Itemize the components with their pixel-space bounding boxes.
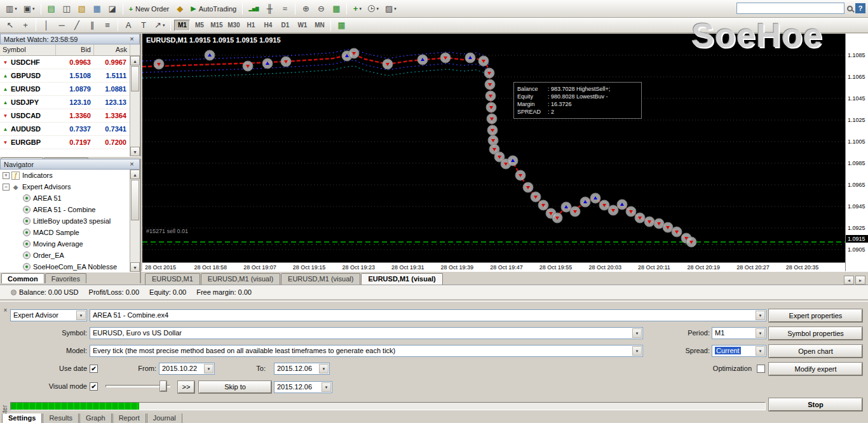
tester-tab-graph[interactable]: Graph [79, 413, 112, 423]
sell-marker-icon[interactable] [154, 59, 164, 69]
chevron-down-icon[interactable]: ▼ [632, 328, 642, 338]
market-watch-row[interactable]: ▼EURGBP0.71970.7200 [0, 136, 140, 149]
model-select[interactable]: Every tick (the most precise method base… [90, 345, 643, 357]
sell-marker-icon[interactable] [686, 237, 696, 247]
chart-tab-eurusd-m1-visual[interactable]: EURUSD,M1 (visual) [281, 273, 360, 285]
timeframe-button-m5[interactable]: M5 [191, 20, 207, 31]
use-date-checkbox[interactable] [90, 365, 98, 373]
sell-marker-icon[interactable] [486, 102, 496, 112]
market-watch-row[interactable]: ▲USDJPY123.10123.13 [0, 96, 140, 109]
time-periods-button[interactable]: ▾ [365, 3, 381, 15]
chart-tab-eurusd-m1-visual[interactable]: EURUSD,M1 (visual) [201, 273, 280, 285]
strategy-tester-button[interactable]: ◪ [105, 3, 119, 15]
sell-marker-icon[interactable] [485, 91, 496, 101]
chevron-down-icon[interactable]: ▼ [756, 346, 765, 356]
trendline-button[interactable]: ╱ [70, 19, 84, 32]
market-watch-row[interactable]: ▼USDCHF0.99630.9967 [0, 56, 140, 69]
tree-item-littleboy-update3-spesial[interactable]: LittleBoy update3 spesial [0, 215, 140, 227]
collapse-icon[interactable]: − [3, 184, 10, 191]
sell-marker-icon[interactable] [635, 213, 645, 223]
scroll-up-icon[interactable]: ▲ [130, 56, 140, 65]
skip-to-button[interactable]: Skip to [199, 381, 271, 393]
sell-marker-icon[interactable] [488, 135, 498, 145]
search-icon[interactable] [847, 6, 853, 11]
buy-marker-icon[interactable] [508, 156, 518, 166]
chevron-down-icon[interactable]: ▼ [322, 382, 331, 392]
sell-marker-icon[interactable] [599, 200, 609, 210]
open-chart-button[interactable]: Open chart [769, 345, 862, 358]
scroll-thumb[interactable] [131, 66, 139, 91]
chevron-down-icon[interactable]: ▼ [756, 311, 765, 320]
tree-item-expert-advisors[interactable]: −◆Expert Advisors [0, 181, 140, 192]
time-axis[interactable]: 28 Oct 201528 Oct 18:5828 Oct 19:0728 Oc… [142, 262, 845, 271]
indicators-button[interactable]: +▾ [350, 3, 364, 15]
sell-marker-icon[interactable] [485, 79, 495, 90]
column-symbol[interactable]: Symbol [0, 44, 56, 55]
timeframe-button-mn[interactable]: MN [311, 20, 327, 31]
sell-marker-icon[interactable] [383, 59, 393, 69]
sell-marker-icon[interactable] [644, 217, 654, 227]
price-scale[interactable]: 1.10851.10651.10451.10251.10051.09851.09… [845, 34, 868, 271]
profiles-button[interactable]: ▣▾ [21, 3, 37, 15]
market-watch-row[interactable]: ▲EURUSD1.08791.0881 [0, 83, 140, 96]
buy-marker-icon[interactable] [262, 58, 273, 69]
chevron-down-icon[interactable]: ▼ [76, 311, 86, 320]
chart-tab-eurusd-m1[interactable]: EURUSD,M1 [145, 273, 200, 285]
buy-marker-icon[interactable] [561, 202, 571, 212]
close-icon[interactable]: × [128, 160, 136, 168]
terminal-button[interactable]: ▦ [90, 3, 104, 15]
vertical-line-button[interactable]: │ [39, 19, 53, 32]
spread-select[interactable]: Current ▼ [712, 345, 766, 357]
sell-marker-icon[interactable] [626, 206, 636, 217]
sell-marker-icon[interactable] [672, 227, 682, 237]
buy-marker-icon[interactable] [617, 199, 627, 210]
tester-tab-settings[interactable]: Settings [2, 413, 42, 423]
tile-windows-button[interactable]: ▦ [329, 3, 343, 15]
buy-marker-icon[interactable] [417, 55, 428, 65]
search-input[interactable] [736, 3, 844, 14]
text-label-button[interactable]: T [137, 19, 151, 32]
expand-icon[interactable]: + [3, 172, 10, 179]
buy-marker-icon[interactable] [465, 53, 475, 63]
market-watch-scrollbar[interactable]: ▲ ▼ [130, 56, 140, 156]
price-chart[interactable] [142, 34, 845, 262]
sell-marker-icon[interactable] [552, 213, 562, 223]
text-button[interactable]: A [121, 19, 135, 32]
cursor-button[interactable]: ↖ [3, 19, 17, 32]
expert-type-select[interactable]: Expert Advisor ▼ [10, 309, 87, 321]
tester-tab-journal[interactable]: Journal [147, 413, 182, 423]
expert-properties-button[interactable]: Expert properties [769, 309, 862, 322]
templates-button[interactable]: ▨▾ [383, 3, 399, 15]
chart-tab-eurusd-m1-visual[interactable]: EURUSD,M1 (visual) [361, 273, 442, 285]
horizontal-line-button[interactable]: ─ [55, 19, 69, 32]
stop-button[interactable]: Stop [769, 398, 862, 411]
column-ask[interactable]: Ask [94, 44, 130, 55]
period-select[interactable]: M1 ▼ [712, 327, 766, 339]
timeframe-button-w1[interactable]: W1 [294, 20, 310, 31]
tab-favorites[interactable]: Favorites [45, 273, 86, 283]
scroll-down-icon[interactable]: ▼ [130, 147, 140, 156]
tree-item-area-51-combine[interactable]: AREA 51 - Combine [0, 204, 140, 215]
to-date-select[interactable]: 2015.12.06 ▼ [274, 363, 330, 375]
sell-marker-icon[interactable] [349, 48, 359, 58]
scroll-down-icon[interactable]: ▼ [130, 262, 140, 272]
chevron-down-icon[interactable]: ▼ [204, 364, 214, 373]
close-icon[interactable]: × [2, 307, 9, 314]
sell-marker-icon[interactable] [538, 200, 548, 210]
tree-item-indicators[interactable]: +ƒIndicators [0, 170, 140, 181]
skip-to-date-select[interactable]: 2015.12.06 ▼ [274, 381, 332, 393]
optimization-checkbox[interactable] [757, 365, 765, 373]
zoom-out-button[interactable]: ⊖ [314, 3, 328, 15]
close-icon[interactable]: × [128, 35, 136, 43]
scroll-up-icon[interactable]: ▲ [130, 170, 140, 179]
timeframe-button-m1[interactable]: M1 [174, 20, 190, 31]
sell-marker-icon[interactable] [484, 68, 494, 78]
channel-button[interactable]: ∥ [85, 19, 99, 32]
market-watch-button[interactable]: ▤ [44, 3, 58, 15]
line-chart-button[interactable]: ≈ [278, 3, 292, 15]
tree-item-area-51[interactable]: AREA 51 [0, 192, 140, 204]
candlestick-chart-button[interactable]: ╫ [262, 3, 276, 15]
chevron-down-icon[interactable]: ▼ [319, 364, 329, 373]
tree-item-moving-average[interactable]: Moving Average [0, 238, 140, 250]
expert-file-select[interactable]: AREA 51 - Combine.ex4 ▼ [90, 309, 766, 321]
